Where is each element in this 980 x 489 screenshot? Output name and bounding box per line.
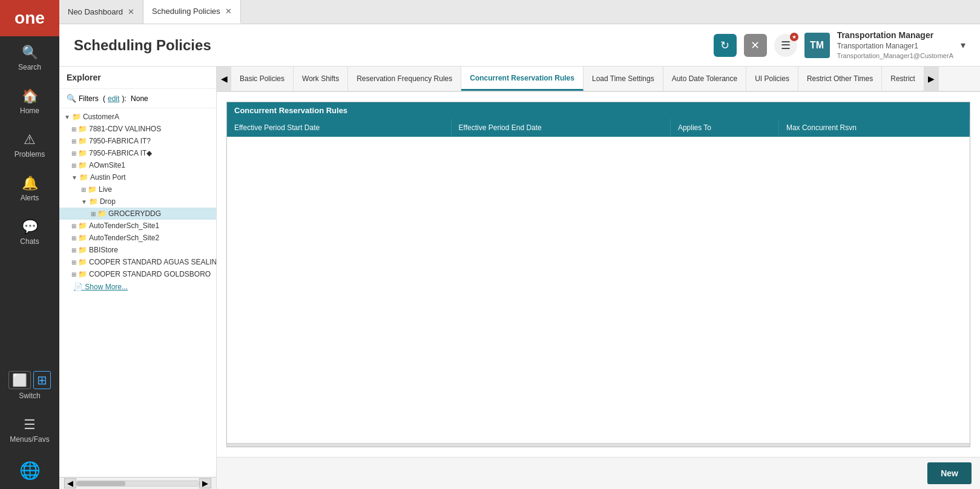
switch-icon-right: ⊞ bbox=[33, 371, 51, 389]
tree-item-customerA[interactable]: ▼ 📁 CustomerA bbox=[59, 111, 216, 123]
show-more-link[interactable]: 📄 Show More... bbox=[59, 280, 216, 294]
expand-icon-aown: ⊞ bbox=[71, 162, 76, 169]
close-button[interactable]: ✕ bbox=[744, 34, 767, 57]
header-actions: ↻ ✕ ☰ ★ TM Transportation Manager Transp… bbox=[714, 30, 965, 61]
sub-tab-work-shifts[interactable]: Work Shifts bbox=[294, 67, 348, 91]
explorer-hscroll[interactable]: ◀ ▶ bbox=[59, 477, 216, 489]
menus-icon: ☰ bbox=[24, 417, 36, 433]
search-icon: 🔍 bbox=[22, 45, 38, 61]
new-button[interactable]: New bbox=[927, 462, 972, 484]
tree-label-7950a: 7950-FABRICA IT? bbox=[89, 137, 151, 145]
folder-icon-bbi: 📁 bbox=[78, 246, 87, 254]
sub-tab-load-time[interactable]: Load Time Settings bbox=[584, 67, 663, 91]
sub-tab-next-btn[interactable]: ▶ bbox=[924, 67, 939, 91]
explorer-panel: Explorer 🔍 Filters (edit): None ▼ 📁 Cust… bbox=[59, 67, 217, 489]
content-area: Explorer 🔍 Filters (edit): None ▼ 📁 Cust… bbox=[59, 67, 980, 489]
sub-tab-ui-policies[interactable]: UI Policies bbox=[746, 67, 798, 91]
data-table: Effective Period Start Date Effective Pe… bbox=[227, 119, 970, 137]
expand-icon-cooper1: ⊞ bbox=[71, 259, 76, 266]
bottom-toolbar: New bbox=[217, 457, 980, 489]
sub-tab-concurrent-reservation[interactable]: Concurrent Reservation Rules bbox=[461, 67, 584, 91]
col-header-start-date: Effective Period Start Date bbox=[227, 119, 451, 137]
filter-label: Filters bbox=[79, 94, 99, 103]
tree-item-auto2[interactable]: ⊞ 📁 AutoTenderSch_Site2 bbox=[59, 232, 216, 244]
close-icon: ✕ bbox=[751, 39, 760, 52]
tab-scheduling-policies-close[interactable]: ✕ bbox=[225, 7, 232, 15]
sub-tab-restrict[interactable]: Restrict bbox=[882, 67, 924, 91]
tab-neo-dashboard-close[interactable]: ✕ bbox=[128, 8, 134, 16]
tree-item-auto1[interactable]: ⊞ 📁 AutoTenderSch_Site1 bbox=[59, 220, 216, 232]
tree-item-cooper1[interactable]: ⊞ 📁 COOPER STANDARD AGUAS SEALING (S... bbox=[59, 256, 216, 268]
tree-item-aown[interactable]: ⊞ 📁 AOwnSite1 bbox=[59, 159, 216, 171]
user-role: Transportation Manager1 bbox=[837, 41, 953, 51]
expand-icon-auto2: ⊞ bbox=[71, 235, 76, 241]
tree-item-live[interactable]: ⊞ 📁 Live bbox=[59, 183, 216, 195]
sub-tab-restrict-other-times[interactable]: Restrict Other Times bbox=[798, 67, 882, 91]
sidebar-label-home: Home bbox=[20, 107, 39, 115]
sidebar-item-problems[interactable]: ⚠ Problems bbox=[0, 123, 59, 167]
expand-icon-auto1: ⊞ bbox=[71, 223, 76, 229]
folder-icon-7950b: 📁 bbox=[78, 149, 87, 157]
tree-label-drop: Drop bbox=[100, 197, 116, 206]
filter-edit-link[interactable]: edit bbox=[108, 94, 119, 103]
tree-item-cooper2[interactable]: ⊞ 📁 COOPER STANDARD GOLDSBORO bbox=[59, 268, 216, 280]
sub-tab-basic-policies[interactable]: Basic Policies bbox=[231, 67, 294, 91]
sidebar-item-search[interactable]: 🔍 Search bbox=[0, 36, 59, 80]
expand-icon-7950a: ⊞ bbox=[71, 138, 76, 145]
sub-tab-reservation-frequency[interactable]: Reservation Frequency Rules bbox=[348, 67, 461, 91]
notification-badge: ★ bbox=[790, 33, 798, 41]
expand-icon-cooper2: ⊞ bbox=[71, 271, 76, 278]
tree-label-cooper1: COOPER STANDARD AGUAS SEALING (S... bbox=[89, 258, 216, 266]
expand-icon-austin: ▼ bbox=[71, 174, 77, 181]
tree-item-drop[interactable]: ▼ 📁 Drop bbox=[59, 195, 216, 208]
folder-icon-aown: 📁 bbox=[78, 161, 87, 169]
sidebar-item-switch[interactable]: ⬜ ⊞ Switch bbox=[0, 363, 59, 409]
problems-icon: ⚠ bbox=[24, 132, 36, 148]
folder-icon-cooper2: 📁 bbox=[78, 270, 87, 278]
folder-icon-drop: 📁 bbox=[89, 197, 98, 206]
main-area: Neo Dashboard ✕ Scheduling Policies ✕ Sc… bbox=[59, 0, 980, 489]
table-vscroll-bottom bbox=[227, 443, 970, 447]
tree-label-customerA: CustomerA bbox=[83, 113, 119, 121]
sidebar-item-chats[interactable]: 💬 Chats bbox=[0, 211, 59, 254]
page-header: Scheduling Policies ↻ ✕ ☰ ★ TM Transport… bbox=[59, 24, 980, 67]
explorer-hscroll-thumb bbox=[77, 481, 125, 486]
refresh-button[interactable]: ↻ bbox=[714, 34, 737, 57]
sidebar-item-menus[interactable]: ☰ Menus/Favs bbox=[0, 409, 59, 452]
tree-item-7950a[interactable]: ⊞ 📁 7950-FABRICA IT? bbox=[59, 135, 216, 147]
sidebar-item-alerts[interactable]: 🔔 Alerts bbox=[0, 167, 59, 211]
folder-icon-auto2: 📁 bbox=[78, 234, 87, 242]
tree-label-auto2: AutoTenderSch_Site2 bbox=[89, 234, 159, 242]
sub-tab-prev-btn[interactable]: ◀ bbox=[217, 67, 231, 91]
folder-icon-7950a: 📁 bbox=[78, 137, 87, 145]
tree-label-aown: AOwnSite1 bbox=[89, 161, 125, 169]
expand-icon-drop: ▼ bbox=[81, 199, 87, 205]
scroll-right-btn[interactable]: ▶ bbox=[199, 478, 211, 488]
sub-tab-auto-date[interactable]: Auto Date Tolerance bbox=[663, 67, 747, 91]
tree-item-grocery[interactable]: ⊞ 📁 GROCERYDDG bbox=[59, 208, 216, 220]
user-info: Transportation Manager Transportation Ma… bbox=[837, 30, 953, 61]
col-header-end-date: Effective Period End Date bbox=[451, 119, 670, 137]
folder-icon-cooper1: 📁 bbox=[78, 258, 87, 266]
tab-neo-dashboard[interactable]: Neo Dashboard ✕ bbox=[59, 0, 143, 24]
tab-scheduling-policies[interactable]: Scheduling Policies ✕ bbox=[143, 0, 241, 24]
sidebar-label-problems: Problems bbox=[15, 150, 45, 159]
expand-icon-7881: ⊞ bbox=[71, 126, 76, 133]
tab-scheduling-policies-label: Scheduling Policies bbox=[152, 7, 220, 16]
tree-item-bbi[interactable]: ⊞ 📁 BBIStore bbox=[59, 244, 216, 256]
sidebar-item-globe[interactable]: 🌐 bbox=[0, 452, 59, 489]
chevron-down-icon[interactable]: ▾ bbox=[961, 39, 965, 51]
sidebar-item-home[interactable]: 🏠 Home bbox=[0, 80, 59, 123]
tree-item-7881[interactable]: ⊞ 📁 7881-CDV VALINHOS bbox=[59, 123, 216, 135]
hamburger-button[interactable]: ☰ ★ bbox=[774, 34, 797, 57]
tab-neo-dashboard-label: Neo Dashboard bbox=[68, 7, 123, 16]
expand-icon-bbi: ⊞ bbox=[71, 247, 76, 254]
document-icon: 📄 bbox=[74, 283, 83, 291]
alerts-icon: 🔔 bbox=[22, 176, 38, 191]
sidebar-label-chats: Chats bbox=[20, 237, 39, 246]
tree-item-7950b[interactable]: ⊞ 📁 7950-FABRICA IT◆ bbox=[59, 147, 216, 159]
tree-item-austin[interactable]: ▼ 📁 Austin Port bbox=[59, 171, 216, 183]
table-scroll-area[interactable]: Effective Period Start Date Effective Pe… bbox=[227, 119, 970, 443]
tree-label-cooper2: COOPER STANDARD GOLDSBORO bbox=[89, 270, 211, 278]
scroll-left-btn[interactable]: ◀ bbox=[64, 478, 76, 488]
